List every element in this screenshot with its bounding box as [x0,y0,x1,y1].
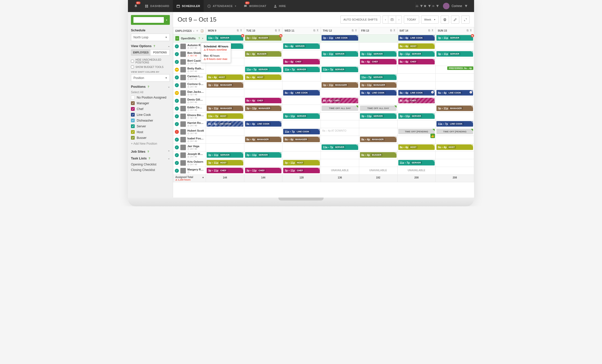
show-budget-checkbox[interactable]: SHOW BUDGET TOOLS [131,65,170,69]
shift-block[interactable]: 8a – 4pMANAGER [245,137,282,142]
prev-button[interactable]: ‹ [383,16,388,24]
toggle-employees[interactable]: EMPLOYEES [131,50,150,55]
shift-block[interactable]: 8a – 4pLINE COOK [436,90,473,96]
shift-block[interactable]: 3p – 11pSERVER [398,113,435,119]
tasklists-heading[interactable]: Task Lists ? ⌄ [131,156,170,160]
timeoff-block[interactable]: TIME OFF [PENDING [398,129,435,134]
pin-icon[interactable]: ⊼ [393,29,395,32]
employee-cell[interactable]: •••Dan Jackson◷ 32 / 40 [173,89,206,97]
pin-icon[interactable]: ⊼ [240,29,242,32]
pin-icon[interactable]: ⊼ [278,29,280,32]
shift-block[interactable]: 8a – 4pLINE COOK [360,90,397,96]
jobsites-heading[interactable]: Job Sites ? ⌃ [131,150,170,153]
shift-block[interactable]: 8a – 4pBUSSER [245,51,282,57]
shift-block[interactable]: 3p – 11pMANAGER [207,82,243,88]
copy-day-icon[interactable]: ⎘ [275,29,277,32]
shift-block[interactable]: 8a – 4pMANAGER [360,137,397,142]
shift-block[interactable]: 3p – 11pSERVER [283,113,320,119]
pin-icon[interactable]: ⊼ [355,29,357,32]
shift-block[interactable]: 3p – 11pSERVER [398,51,435,57]
shift-block[interactable]: 3p – 11pMANAGER [322,82,358,88]
employee-cell[interactable]: ✓Harriet Roberts◷ 24 / 40 [173,120,206,128]
employee-cell[interactable]: ✓Corinne Garris...◷ 24 / 40 [173,81,206,89]
shift-block[interactable]: 3p – 11pMANAGER [245,106,282,111]
pin-icon[interactable]: ⊼ [317,29,319,32]
timeoff-block[interactable]: TIME OFF ALL DAY [322,106,358,111]
timeoff-block[interactable]: TIME OFF [PENDING [436,129,473,134]
help-icon[interactable]: ? [198,37,200,40]
employee-cell[interactable]: ✓Kris Osborn◷ 24 / 40 [173,159,206,167]
shift-block[interactable]: 3p – 11pSERVER [322,51,358,57]
copy-day-icon[interactable]: ⎘ [314,29,315,32]
auto-schedule-button[interactable]: AUTO SCHEDULE SHIFTS [340,16,381,24]
user-menu[interactable]: Corinne ▼ [439,3,472,9]
hide-unscheduled-checkbox[interactable]: HIDE UNSCHEDULED POSITIONS [131,58,170,65]
help-icon[interactable]: ? [154,45,155,48]
position-item[interactable]: ✓Chef [131,106,170,112]
position-item[interactable]: ✓Manager [131,100,170,106]
positions-heading[interactable]: Positions ? ⌄ [131,85,170,88]
shift-block[interactable]: 11a – 7pSERVER [283,67,320,72]
shift-block[interactable]: 3p – 11pSERVER [360,51,397,57]
shift-block[interactable]: 8a – 4pCHEF [360,59,397,64]
date-picker-button[interactable] [388,16,396,24]
shift-block[interactable]: 3p – 11pLINE COOK [322,35,358,41]
nav-hire[interactable]: HIRE [270,0,289,12]
nav-workchat[interactable]: WORKCHAT 9+ [240,0,270,12]
shift-block[interactable]: 3p – 11pCHEF [207,168,243,173]
shift-block[interactable]: 3p – 11pSERVER [360,113,397,119]
clipboard-icon[interactable]: 📋 [200,29,204,32]
openshifts-cell[interactable]: ○OpenShifts?▼ [173,34,206,42]
employee-cell[interactable]: !Hubert Scott◷ 16 / 40 [173,128,206,136]
employee-cell[interactable]: ✓Carmen Lowe◷ 24 / 40 [173,74,206,81]
location-button[interactable]: ▼ [423,2,431,10]
shift-block[interactable]: 8a – 4pHOST [398,43,435,49]
employee-cell[interactable]: ✓Eddie Combs◷ 24 / 40 [173,105,206,112]
employee-cell[interactable]: •••Betty Rathmen◷ 24 / 40 [173,66,206,73]
employees-header[interactable]: EMPLOYEES ⌄+📋 [173,27,206,34]
position-item[interactable]: ✓Server [131,123,170,129]
publish-button[interactable]: PUBLISH & NOTIFY ENTIRE SCHEDULE ▾ [131,15,170,25]
shift-block[interactable]: 8a – 4pLINE COOK [398,35,435,41]
shift-block[interactable]: 8a – 4pLINE COOK [207,121,243,127]
shift-block[interactable]: 11a – 7pSERVER [322,144,358,150]
notifications-button[interactable]: 9+ [130,0,141,12]
shift-block[interactable]: 8a – 4pCHEF [398,98,435,103]
shift-block[interactable]: 11a – 7pSERVER2 [207,35,243,41]
shift-block[interactable]: 3p – 11pMANAGER [436,106,473,111]
employee-cell[interactable]: ✓Denis Gillespie◷ 24 / 40 [173,97,206,105]
shift-block[interactable]: 3p – 11pSERVER [245,152,282,158]
shift-block[interactable]: 11a – 7pLINE COOK [436,121,473,127]
timeoff-block[interactable]: TIME OFF ALL DAY [360,106,397,111]
shift-block[interactable]: 3p – 11pCHEF [283,168,320,173]
shift-block[interactable]: 3p – 11pBUSSER3 [245,35,282,41]
position-item[interactable]: ✓Busser [131,135,170,141]
next-button[interactable]: › [396,16,402,24]
nav-attendance[interactable]: ATTENDANCE ▼ [204,0,240,12]
shift-block[interactable]: 11a – 7pSERVER [360,74,397,80]
shift-block[interactable]: 11a – 7pSERVER [245,67,282,72]
employee-cell[interactable]: ✓Isabel Foster◷ 24 / 40 [173,136,206,143]
task-link[interactable]: Closing Checklist [131,167,170,173]
shift-block[interactable]: 8a – 4pHOST [398,144,435,150]
employee-cell[interactable]: ✓Margery Richa...◷ [173,167,206,174]
copy-day-icon[interactable]: ⎘ [352,29,354,32]
shift-block[interactable]: 8a – 4pHOST [245,74,282,80]
pin-icon[interactable]: ⊼ [470,29,472,32]
help-icon[interactable]: ? [147,150,149,153]
employee-cell[interactable]: ✓Elnora Blevins◷ 32 / 40 [173,113,206,120]
schedule-select[interactable]: North Loop ▼ [131,34,170,41]
add-employee-button[interactable]: + [196,29,198,33]
employee-cell[interactable]: ✓Joseph Mayna...◷ 24 / 40 [173,151,206,159]
color-by-select[interactable]: Position ▼ [131,74,170,82]
add-position-link[interactable]: + Add New Position [131,141,170,147]
shift-block[interactable]: 3p – 11pSERVER [207,152,243,158]
shift-block[interactable]: 3p – 11pMANAGER [360,82,397,88]
shift-block[interactable]: 3p – 11pSERVER2 [436,35,473,41]
shift-block[interactable]: 8a – 4pCHEF [283,59,320,64]
shift-block[interactable]: 3p – 11pSERVER [436,51,473,57]
assigned-total-cell[interactable]: Assigned Total ▴⚠ 1,160 hours [173,175,206,182]
today-button[interactable]: TODAY [404,16,419,24]
copy-day-icon[interactable]: ⎘ [390,29,392,32]
shift-block[interactable]: 8a – 4pLINE COOK [398,90,435,96]
